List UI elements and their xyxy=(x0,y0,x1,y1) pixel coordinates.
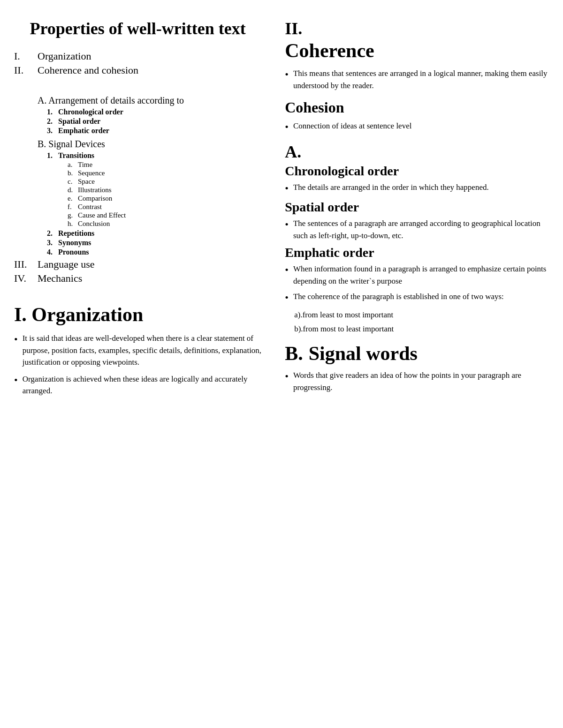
signal-heading: Signal words xyxy=(309,342,418,365)
toc-alpha-e: e. Comparison xyxy=(68,195,126,203)
toc-alpha-list: a. Time b. Sequence c. Space xyxy=(58,161,126,228)
toc-alpha-h: h. Conclusion xyxy=(68,220,126,228)
toc-alpha-b: b. Sequence xyxy=(68,169,126,177)
main-title: Properties of well-written text xyxy=(14,19,261,39)
cohesion-section: Cohesion Connection of ideas at sentence… xyxy=(285,99,549,135)
chronological-bullet-text: The details are arranged in the order in… xyxy=(293,181,489,194)
toc-sub-b-3: 3. Synonyms xyxy=(47,239,261,247)
signal-bullet-text: Words that give readers an idea of how t… xyxy=(293,369,549,393)
toc-num-3: 3. xyxy=(47,127,58,135)
alpha-g-label: Cause and Effect xyxy=(78,211,126,219)
toc-sub-b-4: 4. Pronouns xyxy=(47,248,261,256)
toc-list-iii-iv: III. Language use IV. Mechanics xyxy=(14,258,261,285)
emphatic-bullet-2: The coherence of the paragraph is establ… xyxy=(285,291,549,305)
toc-b-num-3: 3. xyxy=(47,239,58,247)
toc-item-i: I. Organization xyxy=(14,50,261,62)
toc-sub-a-1: 1. Chronological order xyxy=(47,108,261,116)
toc-transitions-label: Transitions xyxy=(58,151,94,159)
chronological-bullet: The details are arranged in the order in… xyxy=(285,181,549,196)
spatial-bullet-text: The sentences of a paragraph are arrange… xyxy=(293,218,549,241)
toc-label-ii: Coherence and cohesion xyxy=(38,64,138,76)
toc-label-iii: Language use xyxy=(38,258,95,270)
a-label: A. xyxy=(285,142,549,162)
toc-sub-a-numbered: 1. Chronological order 2. Spatial order … xyxy=(38,108,261,135)
spatial-bullet: The sentences of a paragraph are arrange… xyxy=(285,218,549,241)
toc-roman-iv: IV. xyxy=(14,272,38,285)
alpha-e: e. xyxy=(68,195,78,203)
toc-b-num-4: 4. xyxy=(47,248,58,256)
org-bullet-1: It is said that ideas are well-developed… xyxy=(14,332,261,368)
alpha-a-label: Time xyxy=(78,161,92,169)
toc-b-syn: Synonyms xyxy=(58,239,91,247)
toc-alpha-c: c. Space xyxy=(68,178,126,186)
spatial-heading: Spatial order xyxy=(285,200,549,215)
alpha-d: d. xyxy=(68,186,78,194)
alpha-e-label: Comparison xyxy=(78,195,112,203)
emphatic-bullet-1-text: When information found in a paragraph is… xyxy=(293,263,549,287)
toc-sub-a: A. Arrangement of details according to 1… xyxy=(14,95,261,256)
alpha-a: a. xyxy=(68,161,78,169)
toc-sub-a-header: A. Arrangement of details according to xyxy=(38,95,261,106)
toc-label-chrono: Chronological order xyxy=(58,108,123,116)
toc-alpha-f: f. Contrast xyxy=(68,203,126,211)
cohesion-bullet-text: Connection of ideas at sentence level xyxy=(293,120,412,132)
toc-roman-i: I. xyxy=(14,50,38,62)
toc-sub-b-header: B. Signal Devices xyxy=(38,139,261,150)
toc-item-iv: IV. Mechanics xyxy=(14,272,261,285)
signal-section: B. Signal words Words that give readers … xyxy=(285,342,549,393)
cohesion-bullet: Connection of ideas at sentence level xyxy=(285,120,549,135)
toc-label-emphatic: Emphatic order xyxy=(58,127,109,135)
toc-roman-iii: III. xyxy=(14,258,38,270)
alpha-c-label: Space xyxy=(78,178,95,186)
toc-transitions: Transitions a. Time b. Sequence xyxy=(58,151,126,228)
org-bullet-list: It is said that ideas are well-developed… xyxy=(14,332,261,397)
toc-item-iii: III. Language use xyxy=(14,258,261,270)
right-column: II. Coherence This means that sentences … xyxy=(271,19,549,402)
toc-alpha-a: a. Time xyxy=(68,161,126,169)
emphatic-bullets-container: When information found in a paragraph is… xyxy=(285,263,549,335)
emphatic-sub-a: a).from least to most important xyxy=(294,309,549,321)
emphatic-sub-b: b).from most to least important xyxy=(294,323,549,335)
toc-sub-a-3: 3. Emphatic order xyxy=(47,127,261,135)
toc-alpha-g: g. Cause and Effect xyxy=(68,211,126,219)
emphatic-heading: Emphatic order xyxy=(285,245,549,260)
org-bullet-2: Organization is achieved when these idea… xyxy=(14,373,261,397)
toc-sub-b-1: 1. Transitions a. Time b. Sequence xyxy=(47,151,261,228)
toc-b-pro: Pronouns xyxy=(58,248,89,256)
roman-ii: II. xyxy=(285,19,549,38)
coherence-section: II. Coherence This means that sentences … xyxy=(285,19,549,91)
alpha-d-label: Illustrations xyxy=(78,186,112,194)
toc-sub-b-2: 2. Repetitions xyxy=(47,229,261,238)
toc-alpha-d: d. Illustrations xyxy=(68,186,126,194)
toc-num-1: 1. xyxy=(47,108,58,116)
signal-bullet: Words that give readers an idea of how t… xyxy=(285,369,549,393)
page-container: Properties of well-written text I. Organ… xyxy=(14,19,549,402)
alpha-g: g. xyxy=(68,211,78,219)
alpha-f-label: Contrast xyxy=(78,203,102,211)
org-bullet-2-text: Organization is achieved when these idea… xyxy=(23,373,261,397)
alpha-b: b. xyxy=(68,169,78,177)
a-section: A. Chronological order The details are a… xyxy=(285,142,549,335)
toc-label-spatial: Spatial order xyxy=(58,117,100,126)
alpha-c: c. xyxy=(68,178,78,186)
org-section: I. Organization It is said that ideas ar… xyxy=(14,303,261,397)
b-label: B. xyxy=(285,342,303,365)
toc-b-num-1: 1. xyxy=(47,151,58,160)
toc-num-2: 2. xyxy=(47,117,58,126)
alpha-f: f. xyxy=(68,203,78,211)
toc-sub-a-2: 2. Spatial order xyxy=(47,117,261,126)
toc-label-i: Organization xyxy=(38,50,91,62)
toc-label-iv: Mechanics xyxy=(38,272,82,285)
emphatic-bullet-2-text: The coherence of the paragraph is establ… xyxy=(293,291,504,303)
toc-item-ii: II. Coherence and cohesion xyxy=(14,64,261,76)
toc-sub-b-numbered: 1. Transitions a. Time b. Sequence xyxy=(38,151,261,256)
alpha-h-label: Conclusion xyxy=(78,220,110,228)
coherence-heading: Coherence xyxy=(285,39,549,62)
toc-b-num-2: 2. xyxy=(47,229,58,238)
toc-list: I. Organization II. Coherence and cohesi… xyxy=(14,50,261,76)
emphatic-bullet-1: When information found in a paragraph is… xyxy=(285,263,549,287)
toc-roman-ii: II. xyxy=(14,64,38,76)
org-bullet-1-text: It is said that ideas are well-developed… xyxy=(23,332,261,368)
alpha-h: h. xyxy=(68,220,78,228)
left-column: Properties of well-written text I. Organ… xyxy=(14,19,271,402)
